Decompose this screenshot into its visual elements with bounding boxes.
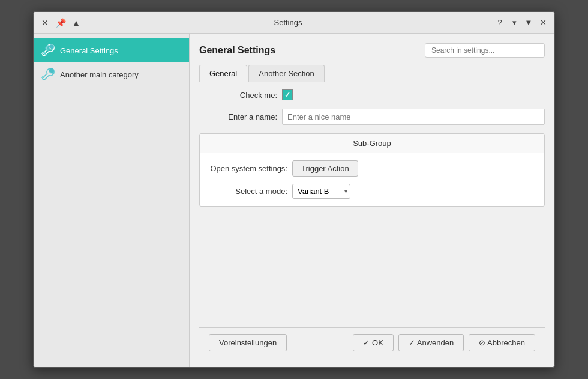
minimize-all-button[interactable]: ▾ bbox=[508, 16, 521, 29]
tab-bar: General Another Section bbox=[199, 65, 545, 82]
expand-icon[interactable]: ▲ bbox=[70, 16, 83, 29]
wrench-icon-another bbox=[41, 67, 55, 82]
sidebar-item-another-category[interactable]: Another main category bbox=[34, 62, 189, 86]
checkbox-check-icon: ✓ bbox=[284, 91, 290, 99]
enter-name-row: Enter a name: bbox=[199, 109, 545, 125]
check-me-checkbox[interactable]: ✓ bbox=[282, 89, 293, 100]
open-system-row: Open system settings: Trigger Action bbox=[209, 160, 535, 177]
window-title: Settings bbox=[83, 18, 493, 27]
select-mode-wrapper: Variant A Variant B Variant C ▾ bbox=[292, 184, 350, 199]
settings-area: Check me: ✓ Enter a name: Sub-Group bbox=[199, 89, 545, 320]
anwenden-button[interactable]: ✓ Anwenden bbox=[398, 334, 464, 351]
sidebar-label-general-settings: General Settings bbox=[60, 46, 118, 55]
select-mode-row: Select a mode: Variant A Variant B Varia… bbox=[209, 184, 535, 199]
main-content: General Settings General Another Section… bbox=[190, 34, 554, 367]
wrench-icon-general bbox=[41, 43, 55, 58]
search-input[interactable] bbox=[425, 43, 545, 58]
sub-group: Sub-Group Open system settings: Trigger … bbox=[199, 133, 545, 207]
abbrechen-button[interactable]: ⊘ Abbrechen bbox=[469, 334, 535, 351]
page-title: General Settings bbox=[199, 45, 275, 56]
title-bar-controls: ? ▾ ▼ ✕ bbox=[493, 16, 550, 29]
help-button[interactable]: ? bbox=[493, 16, 506, 29]
footer-left: Voreinstellungen bbox=[209, 334, 287, 351]
footer-bar: Voreinstellungen ✓ OK ✓ Anwenden ⊘ Abbre… bbox=[199, 327, 545, 357]
sidebar-label-another-category: Another main category bbox=[60, 70, 139, 79]
name-input[interactable] bbox=[282, 109, 545, 125]
enter-name-label: Enter a name: bbox=[199, 112, 277, 121]
minimize-button[interactable]: ▼ bbox=[522, 16, 535, 29]
open-system-label: Open system settings: bbox=[209, 164, 287, 173]
sidebar-item-general-settings[interactable]: General Settings bbox=[34, 38, 189, 62]
title-bar: ✕ 📌 ▲ Settings ? ▾ ▼ ✕ bbox=[34, 12, 554, 34]
ok-button[interactable]: ✓ OK bbox=[353, 334, 393, 351]
select-mode-dropdown[interactable]: Variant A Variant B Variant C bbox=[293, 184, 344, 198]
trigger-action-button[interactable]: Trigger Action bbox=[292, 160, 358, 177]
title-bar-left-icons: ✕ 📌 ▲ bbox=[38, 16, 83, 29]
content-header: General Settings bbox=[199, 43, 545, 58]
window-body: General Settings Another main category G… bbox=[34, 34, 554, 367]
chevron-down-icon: ▾ bbox=[344, 188, 347, 195]
sub-group-title: Sub-Group bbox=[200, 134, 544, 153]
footer-right: ✓ OK ✓ Anwenden ⊘ Abbrechen bbox=[353, 334, 535, 351]
sub-group-content: Open system settings: Trigger Action Sel… bbox=[200, 153, 544, 206]
select-mode-label: Select a mode: bbox=[209, 187, 287, 196]
window-close-button[interactable]: ✕ bbox=[536, 16, 550, 29]
sidebar: General Settings Another main category bbox=[34, 34, 190, 367]
pin-icon[interactable]: 📌 bbox=[54, 16, 67, 29]
close-x-icon[interactable]: ✕ bbox=[38, 16, 52, 29]
check-me-row: Check me: ✓ bbox=[199, 89, 545, 100]
tab-another-section[interactable]: Another Section bbox=[248, 65, 325, 82]
settings-window: ✕ 📌 ▲ Settings ? ▾ ▼ ✕ Ge bbox=[33, 11, 555, 368]
tab-general[interactable]: General bbox=[199, 65, 247, 82]
check-me-label: Check me: bbox=[199, 91, 277, 100]
voreinstellungen-button[interactable]: Voreinstellungen bbox=[209, 334, 287, 351]
